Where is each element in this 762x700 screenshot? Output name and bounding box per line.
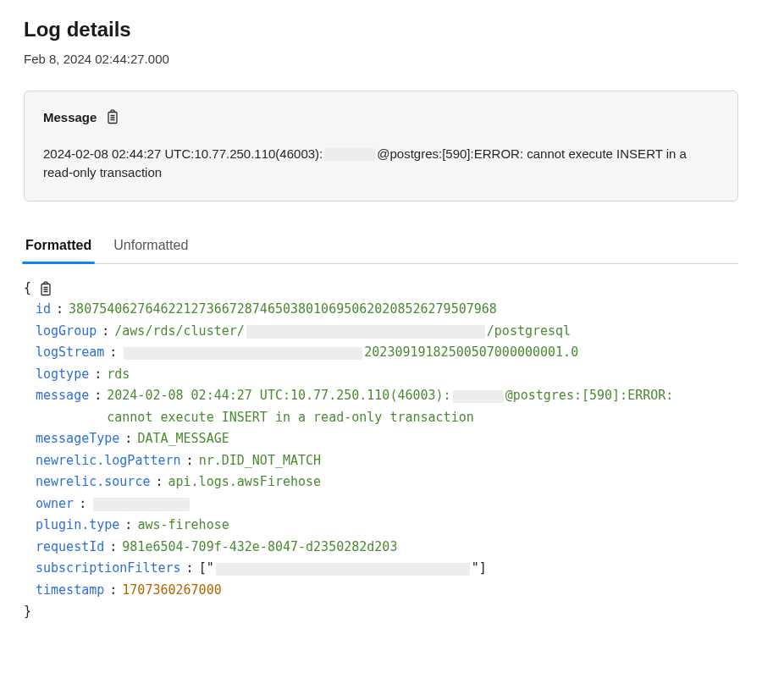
log-timestamp: Feb 8, 2024 02:44:27.000 (24, 50, 738, 69)
kv-messagetype[interactable]: messageType : DATA_MESSAGE (36, 428, 738, 450)
message-prefix: 2024-02-08 02:44:27 UTC:10.77.250.110(46… (43, 146, 323, 161)
tab-unformatted[interactable]: Unformatted (112, 230, 190, 263)
redacted-user (324, 148, 375, 162)
value-logtype: rds (107, 364, 130, 386)
json-open-brace: { (24, 278, 31, 300)
kv-id[interactable]: id : 38075406276462212736672874650380106… (36, 299, 738, 321)
value-timestamp: 1707360267000 (122, 580, 221, 602)
key-logpattern: newrelic.logPattern (36, 450, 181, 472)
key-plugintype: plugin.type (36, 515, 119, 537)
copy-json-icon[interactable] (38, 281, 53, 296)
kv-logpattern[interactable]: newrelic.logPattern : nr.DID_NOT_MATCH (36, 450, 738, 472)
key-requestid: requestId (36, 537, 104, 559)
kv-logtype[interactable]: logtype : rds (36, 364, 738, 386)
message-panel-title: Message (43, 108, 97, 127)
redacted-owner (93, 498, 190, 511)
key-logstream: logStream (36, 342, 104, 364)
key-loggroup: logGroup (36, 321, 97, 343)
value-loggroup: /aws/rds/cluster//postgresql (114, 321, 571, 343)
value-logpattern: nr.DID_NOT_MATCH (199, 450, 322, 472)
tab-formatted[interactable]: Formatted (24, 230, 93, 263)
key-message: message (36, 385, 89, 407)
kv-requestid[interactable]: requestId : 981e6504-709f-432e-8047-d235… (36, 537, 738, 559)
redacted-cluster-name (246, 325, 485, 339)
key-subscriptionfilters: subscriptionFilters (36, 558, 181, 580)
value-source: api.logs.awsFirehose (168, 471, 322, 493)
value-message: 2024-02-08 02:44:27 UTC:10.77.250.110(46… (107, 385, 723, 428)
value-owner (91, 493, 191, 515)
key-id: id (36, 299, 51, 321)
value-requestid: 981e6504-709f-432e-8047-d2350282d203 (122, 537, 397, 559)
message-panel: Message 2024-02-08 02:44:27 UTC:10.77.25… (24, 91, 738, 201)
json-close-brace: } (24, 601, 738, 623)
kv-subscriptionfilters[interactable]: subscriptionFilters : [""] (36, 558, 738, 580)
kv-plugintype[interactable]: plugin.type : aws-firehose (36, 515, 738, 537)
message-body: 2024-02-08 02:44:27 UTC:10.77.250.110(46… (43, 145, 719, 182)
page-title: Log details (24, 15, 738, 45)
kv-source[interactable]: newrelic.source : api.logs.awsFirehose (36, 471, 738, 493)
value-logstream: 2023091918250050700000000​1.0 (122, 342, 578, 364)
kv-message[interactable]: message : 2024-02-08 02:44:27 UTC:10.77.… (36, 385, 723, 428)
kv-timestamp[interactable]: timestamp : 1707360267000 (36, 580, 738, 602)
key-owner: owner (36, 493, 74, 515)
redacted-stream-prefix (124, 347, 362, 361)
kv-loggroup[interactable]: logGroup : /aws/rds/cluster//postgresql (36, 321, 738, 343)
value-plugintype: aws-firehose (137, 515, 229, 537)
json-view: { id : 380754062764622127366728746503801… (24, 278, 738, 623)
kv-logstream[interactable]: logStream : 2023091918250050700000000​1.… (36, 342, 738, 364)
value-id: 3807540627646221273667287465038010695062… (69, 299, 497, 321)
redacted-user-2 (453, 390, 504, 404)
value-subscriptionfilters: [""] (199, 558, 487, 580)
key-source: newrelic.source (36, 471, 150, 493)
key-logtype: logtype (36, 364, 89, 386)
redacted-filter-name (216, 563, 470, 576)
view-tabs: Formatted Unformatted (24, 230, 738, 264)
key-messagetype: messageType (36, 428, 119, 450)
kv-owner[interactable]: owner : (36, 493, 738, 515)
key-timestamp: timestamp (36, 580, 104, 602)
value-messagetype: DATA_MESSAGE (137, 428, 229, 450)
copy-message-icon[interactable] (105, 109, 120, 124)
